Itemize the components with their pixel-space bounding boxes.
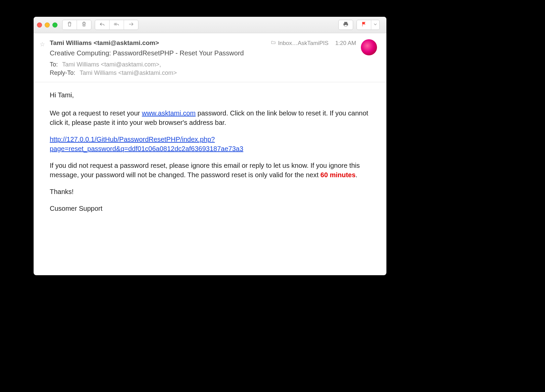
minimize-window-button[interactable] [45,22,50,28]
subject-line: Creative Computing: PasswordResetPHP - R… [50,49,376,57]
delete-group [62,20,91,30]
reply-icon [99,21,105,29]
print-group [338,20,353,30]
body-p1-before: We got a request to reset your [50,109,142,117]
print-icon [343,21,349,29]
flag-icon [361,21,367,29]
received-time: 1:20 AM [335,40,356,47]
body-paragraph-2: If you did not request a password reset,… [50,161,376,180]
from-field: Tami Williams <tami@asktami.com> [50,39,159,47]
titlebar [34,17,386,33]
site-link[interactable]: www.asktami.com [142,109,196,117]
folder-label: Inbox…AskTamiPIS [278,40,328,47]
body-paragraph-1: We got a request to reset your www.askta… [50,108,376,127]
zoom-window-button[interactable] [52,22,57,28]
junk-button[interactable] [77,20,91,30]
trash-icon [67,21,73,29]
reply-all-icon [114,21,120,29]
reply-to-label: Reply-To: [50,69,75,76]
body-signature: Cusomer Support [50,204,376,213]
flag-button[interactable] [357,20,371,30]
body-p2-after: . [355,171,358,179]
trash-button[interactable] [62,20,77,30]
close-window-button[interactable] [37,22,42,28]
folder-icon [271,40,276,47]
flag-dropdown-button[interactable] [371,20,379,30]
forward-button[interactable] [124,20,138,30]
body-greeting: Hi Tami, [50,90,376,100]
reset-password-link[interactable]: http://127.0.0.1/GitHub/PasswordResetPHP… [50,136,243,152]
reply-all-button[interactable] [110,20,124,30]
forward-icon [128,21,134,29]
to-label: To: [50,61,58,68]
svg-rect-0 [345,25,347,26]
reply-to-value: Tami Williams <tami@asktami.com> [80,69,177,76]
body-thanks: Thanks! [50,187,376,196]
chevron-down-icon [372,21,378,29]
to-value: Tami Williams <tami@asktami.com>, [62,61,161,68]
star-icon[interactable]: ☆ [40,41,45,48]
reply-button[interactable] [95,20,110,30]
flag-group [357,20,380,30]
to-row: To: Tami Williams <tami@asktami.com>, [50,61,376,68]
mail-message-window: ☆ Tami Williams <tami@asktami.com> Inbox… [34,17,386,275]
message-header: ☆ Tami Williams <tami@asktami.com> Inbox… [34,33,386,82]
folder-chip[interactable]: Inbox…AskTamiPIS [271,40,328,47]
body-p2-before: If you did not request a password reset,… [50,162,360,179]
body-reset-link-paragraph: http://127.0.0.1/GitHub/PasswordResetPHP… [50,135,376,153]
message-body: Hi Tami, We got a request to reset your … [34,82,386,231]
reply-to-row: Reply-To: Tami Williams <tami@asktami.co… [50,69,376,77]
junk-icon [81,21,87,29]
expiry-emphasis: 60 minutes [321,171,355,179]
sender-avatar[interactable] [361,39,377,55]
print-button[interactable] [339,20,353,30]
window-controls [37,22,57,28]
reply-group [95,20,138,30]
